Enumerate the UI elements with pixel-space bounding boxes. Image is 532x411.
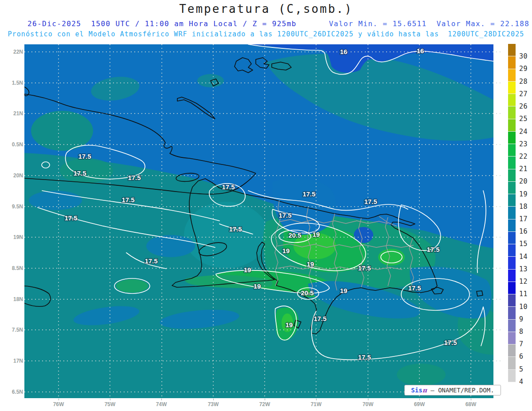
colorbar-label: 29 bbox=[519, 65, 532, 73]
subtitle-datetime: 26-Dic-2025 1500 UTC / 11:00 am Hora Loc… bbox=[27, 20, 297, 28]
contour-label: 17.5 bbox=[444, 339, 457, 346]
colorbar-label: 9 bbox=[519, 315, 532, 323]
colorbar-label: 28 bbox=[519, 78, 532, 86]
colorbar-segment bbox=[508, 306, 516, 319]
axis-tick-lon bbox=[265, 399, 265, 400]
colorbar-segment bbox=[508, 269, 516, 282]
colorbar-label: 23 bbox=[519, 140, 532, 148]
colorbar-segment bbox=[508, 282, 516, 294]
colorbar-label: 7 bbox=[519, 340, 532, 348]
colorbar-label: 5 bbox=[519, 365, 532, 373]
colorbar-label: 22 bbox=[519, 153, 532, 160]
colorbar-segment bbox=[508, 144, 516, 156]
contour-label: 17.5 bbox=[229, 225, 242, 233]
contour-label: 17.5 bbox=[358, 264, 371, 272]
watermark-sis: Sis bbox=[411, 387, 422, 394]
axis-label-lon: 69W bbox=[411, 401, 428, 407]
axis-label-lon: 72W bbox=[256, 401, 274, 407]
colorbar-label: 18 bbox=[519, 203, 532, 211]
colorbar-segment bbox=[508, 206, 516, 219]
colorbar-label: 8 bbox=[519, 328, 532, 336]
colorbar-label: 15 bbox=[519, 240, 532, 248]
colorbar-label: 13 bbox=[519, 265, 532, 273]
axis-label-lat: 9.5N bbox=[0, 204, 23, 210]
colorbar-label: 19 bbox=[519, 190, 532, 198]
axis-label-lat: 18N bbox=[0, 296, 23, 302]
colorbar-label: 24 bbox=[519, 128, 532, 136]
colorbar-segment bbox=[508, 106, 516, 118]
contour-label: 19 bbox=[313, 231, 320, 238]
axis-tick-lon bbox=[419, 399, 420, 400]
colorbar-label: 16 bbox=[519, 227, 532, 235]
axis-label-lat: 21N bbox=[0, 110, 23, 117]
colorbar-segment bbox=[508, 256, 516, 269]
axis-label-lon: 76W bbox=[50, 401, 67, 407]
colorbar-label: 4 bbox=[519, 378, 532, 386]
contour-label: 19 bbox=[340, 287, 348, 294]
contour-label: 17.5 bbox=[128, 174, 141, 181]
colorbar-segment bbox=[508, 369, 516, 382]
contour-label: 16 bbox=[340, 48, 348, 55]
colorbar-segment bbox=[508, 181, 516, 194]
weather-chart-page: Temperatura (C,somb.) 26-Dic-2025 1500 U… bbox=[0, 0, 532, 411]
colorbar-label: 11 bbox=[519, 290, 532, 298]
axis-label-lat: 7.5N bbox=[0, 327, 23, 333]
colorbar-label: 27 bbox=[519, 90, 532, 98]
axis-label-lat: 1.5N bbox=[0, 80, 23, 86]
axis-label-lat: 0.5N bbox=[0, 141, 23, 148]
chart-title: Temperatura (C,somb.) bbox=[0, 2, 532, 16]
colorbar-segment bbox=[508, 382, 516, 394]
axis-label-lat: 17N bbox=[0, 358, 23, 364]
contour-label: 19 bbox=[254, 282, 261, 290]
contour-label: 17.5 bbox=[278, 211, 291, 219]
map-plot-area: 161617.517.517.517.517.517.517.517.517.5… bbox=[24, 44, 505, 398]
colorbar-segment bbox=[508, 131, 516, 144]
colorbar-segment bbox=[508, 169, 516, 181]
contour-label: 20.5 bbox=[288, 231, 301, 239]
colorbar-label: 17 bbox=[519, 215, 532, 223]
axis-tick-lon bbox=[213, 399, 214, 400]
colorbar-label: 30 bbox=[519, 52, 532, 60]
axis-label-lon: 71W bbox=[307, 401, 325, 407]
colorbar-label: 21 bbox=[519, 165, 532, 173]
watermark-text: – ONAMET/REP.DOM. bbox=[427, 387, 494, 394]
axis-label-lat: 19N bbox=[0, 234, 23, 240]
axis-tick-lon bbox=[110, 399, 110, 400]
colorbar-segment bbox=[508, 156, 516, 168]
colorbar-segment bbox=[508, 94, 516, 106]
contour-label: 17.5 bbox=[364, 198, 377, 205]
axis-label-lat: 8.5N bbox=[0, 265, 23, 271]
axis-tick-lon bbox=[59, 399, 59, 400]
colorbar-segment bbox=[508, 69, 516, 81]
latitude-axis: 22N1.5N21N0.5N20N9.5N19N8.5N18N7.5N17N6.… bbox=[0, 0, 23, 411]
axis-tick-lon bbox=[471, 399, 471, 400]
contour-label: 17.5 bbox=[64, 214, 77, 222]
colorbar-segment bbox=[508, 119, 516, 131]
colorbar-segment bbox=[508, 194, 516, 206]
watermark-pi-icon: π bbox=[422, 387, 427, 394]
contour-label: 19 bbox=[286, 321, 293, 329]
contour-label: 17.5 bbox=[358, 353, 371, 361]
contour-label: 17.5 bbox=[313, 315, 326, 322]
colorbar-label: 20 bbox=[519, 177, 532, 185]
contour-label: 17.5 bbox=[408, 284, 421, 292]
colorbar-label: 14 bbox=[519, 253, 532, 261]
colorbar-segment bbox=[508, 356, 516, 369]
colorbar-segment bbox=[508, 294, 516, 306]
contour-label: 19 bbox=[307, 260, 314, 268]
axis-label-lon: 73W bbox=[204, 401, 222, 407]
axis-label-lat: 20N bbox=[0, 172, 23, 179]
axis-label-lon: 74W bbox=[153, 401, 170, 407]
axis-tick-lon bbox=[316, 399, 317, 400]
colorbar-segment bbox=[508, 231, 516, 244]
axis-label-lon: 70W bbox=[359, 401, 377, 407]
contour-label: 17.5 bbox=[302, 190, 315, 198]
axis-tick-lon bbox=[161, 399, 162, 400]
colorbar bbox=[508, 44, 516, 394]
colorbar-segment bbox=[508, 56, 516, 68]
colorbar-label: 26 bbox=[519, 102, 532, 110]
contour-label: 19 bbox=[244, 266, 251, 274]
contour-label: 17.5 bbox=[121, 196, 134, 204]
colorbar-segment bbox=[508, 319, 516, 332]
colorbar-segment bbox=[508, 344, 516, 356]
